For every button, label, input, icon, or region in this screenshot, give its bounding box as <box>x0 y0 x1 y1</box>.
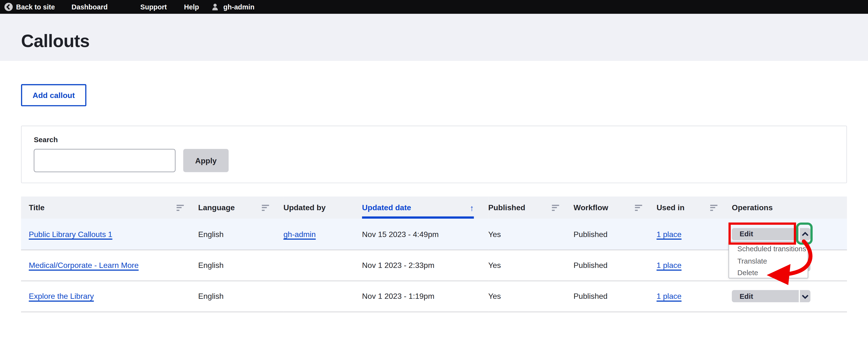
col-language[interactable]: Language <box>198 196 283 219</box>
back-to-site-label: Back to site <box>16 3 55 11</box>
toolbar-user-menu[interactable]: gh-admin <box>211 2 254 11</box>
language-cell: English <box>198 281 283 312</box>
updated-date-cell: Nov 15 2023 - 4:49pm <box>362 219 488 250</box>
chevron-up-icon <box>802 230 809 238</box>
sort-icon <box>552 204 559 211</box>
toolbar-back-to-site[interactable]: Back to site <box>4 3 55 11</box>
toolbar-dashboard[interactable]: Dashboard <box>71 3 107 11</box>
search-input[interactable] <box>34 149 176 172</box>
language-cell: English <box>198 219 283 250</box>
updated-by-cell <box>283 250 362 281</box>
workflow-cell: Published <box>574 250 656 281</box>
callout-title-link[interactable]: Medical/Corporate - Learn More <box>29 261 138 269</box>
back-chevron-icon <box>4 3 12 11</box>
used-in-link[interactable]: 1 place <box>656 292 682 301</box>
workflow-cell: Published <box>574 281 656 312</box>
updated-by-link[interactable]: gh-admin <box>283 229 316 239</box>
callout-title-link[interactable]: Explore the Library <box>29 292 94 301</box>
col-operations: Operations <box>732 196 847 219</box>
updated-by-cell <box>283 281 362 312</box>
menu-item-delete[interactable]: Delete <box>729 267 808 279</box>
page: Back to site Dashboard Support Help gh-a… <box>0 0 868 349</box>
table-header-row: Title Language Updated by Updated date ↑ <box>21 196 847 219</box>
col-published[interactable]: Published <box>488 196 574 219</box>
col-title[interactable]: Title <box>21 196 198 219</box>
col-workflow[interactable]: Workflow <box>574 196 656 219</box>
chevron-down-icon <box>802 292 809 300</box>
table-row: Explore the Library English Nov 1 2023 -… <box>21 281 847 312</box>
callouts-table: Title Language Updated by Updated date ↑ <box>21 196 847 312</box>
sort-icon <box>635 204 642 211</box>
search-label: Search <box>34 136 834 144</box>
sort-icon <box>710 204 717 211</box>
filter-panel: Search Apply <box>21 126 847 184</box>
page-header: Callouts <box>0 14 868 61</box>
published-cell: Yes <box>488 281 574 312</box>
published-cell: Yes <box>488 250 574 281</box>
table-row: Medical/Corporate - Learn More English N… <box>21 250 847 281</box>
operations-split-button: Edit <box>732 290 811 302</box>
updated-date-cell: Nov 1 2023 - 1:19pm <box>362 281 488 312</box>
callout-title-link[interactable]: Public Library Callouts 1 <box>29 229 112 239</box>
operations-toggle-button[interactable] <box>799 290 810 302</box>
username-label: gh-admin <box>223 3 254 11</box>
col-used-in[interactable]: Used in <box>656 196 732 219</box>
operations-dropdown-menu: Scheduled transitions Translate Delete <box>728 241 808 279</box>
col-updated-by[interactable]: Updated by <box>283 196 362 219</box>
published-cell: Yes <box>488 219 574 250</box>
language-cell: English <box>198 250 283 281</box>
edit-button[interactable]: Edit <box>732 228 799 240</box>
menu-item-scheduled-transitions[interactable]: Scheduled transitions <box>729 243 808 255</box>
sort-icon <box>177 204 184 211</box>
toolbar-support[interactable]: Support <box>140 3 167 11</box>
used-in-link[interactable]: 1 place <box>656 261 682 269</box>
edit-button[interactable]: Edit <box>732 290 799 302</box>
operations-toggle-button[interactable] <box>799 228 810 240</box>
add-callout-button[interactable]: Add callout <box>21 84 86 106</box>
table-row: Public Library Callouts 1 English gh-adm… <box>21 219 847 250</box>
operations-cell: Edit <box>732 281 847 312</box>
used-in-link[interactable]: 1 place <box>656 229 682 239</box>
col-updated-date[interactable]: Updated date ↑ <box>362 196 488 219</box>
workflow-cell: Published <box>574 219 656 250</box>
apply-button[interactable]: Apply <box>183 149 228 172</box>
toolbar-help[interactable]: Help <box>184 3 199 11</box>
updated-date-cell: Nov 1 2023 - 2:33pm <box>362 250 488 281</box>
user-icon <box>211 2 219 11</box>
page-title: Callouts <box>21 31 868 52</box>
menu-item-translate[interactable]: Translate <box>729 255 808 267</box>
sort-ascending-icon: ↑ <box>470 203 474 212</box>
admin-toolbar: Back to site Dashboard Support Help gh-a… <box>0 0 868 14</box>
sort-icon <box>262 204 269 211</box>
operations-split-button: Edit <box>732 228 811 240</box>
active-sort-underline <box>362 217 474 219</box>
